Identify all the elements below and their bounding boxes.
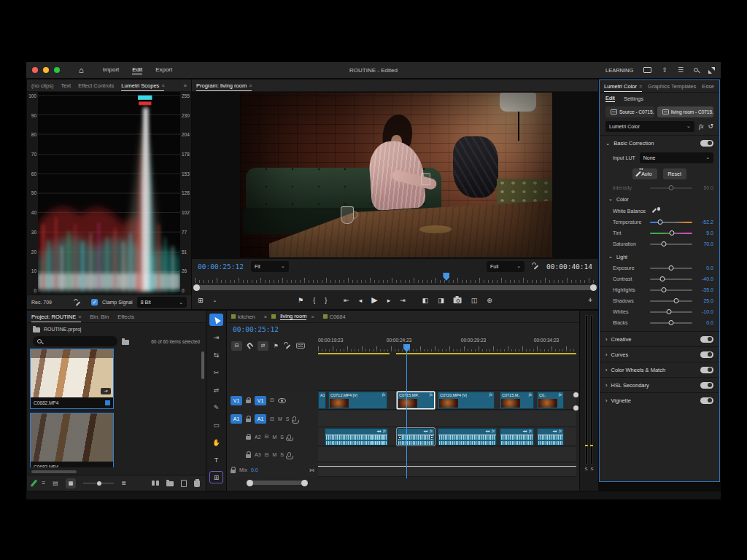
go-to-in-button[interactable]: ⇤ [344, 297, 349, 304]
workspace-icon[interactable] [643, 67, 651, 73]
go-to-out-button[interactable]: ⇥ [400, 297, 406, 304]
program-zoom-scrollbar[interactable] [195, 285, 595, 290]
mute-button[interactable]: M [272, 435, 276, 440]
timeline-audio-clip[interactable]: ◂◂fx [325, 428, 388, 446]
ripple-edit-tool[interactable]: ⇆ [209, 349, 223, 361]
selection-tool[interactable] [209, 314, 223, 326]
lift-button[interactable]: ◧ [422, 297, 429, 304]
mix-automation-line[interactable] [318, 466, 576, 467]
voiceover-mic-icon[interactable] [287, 435, 291, 440]
vignette-section-header[interactable]: ›Vignette [600, 392, 719, 408]
timeline-audio-clip[interactable]: ◂◂fx [537, 428, 564, 446]
tab-text[interactable]: Text [61, 82, 71, 89]
color-wheels-toggle[interactable] [700, 367, 713, 373]
home-icon[interactable]: ⌂ [79, 66, 84, 74]
fx-bypass-icon[interactable]: fx [699, 122, 704, 130]
freeform-view-button[interactable]: ▩ [66, 478, 77, 489]
automate-to-sequence-icon[interactable] [152, 481, 155, 486]
monitor-settings-wrench-icon[interactable] [532, 262, 539, 270]
video-track-v1[interactable]: A1.. C0712.MP4 [V]fx C0715.MP..fx C0720.… [318, 391, 576, 410]
slider-knob[interactable] [670, 230, 675, 236]
whites-slider[interactable] [650, 311, 692, 313]
blacks-slider[interactable] [650, 322, 692, 324]
vignette-toggle[interactable] [700, 397, 713, 404]
reset-button[interactable]: Reset [663, 168, 686, 179]
clip-name[interactable]: C0682.MP4 [34, 400, 58, 405]
bit-depth-dropdown[interactable]: 8 Bit⌄ [137, 297, 187, 308]
subtab-settings[interactable]: Settings [624, 96, 643, 102]
slider-knob[interactable] [662, 241, 667, 246]
header-tab-export[interactable]: Export [155, 66, 172, 74]
tab-effects[interactable]: Effects [117, 314, 134, 320]
solo-button[interactable]: S [280, 435, 284, 440]
grid-horizontal-scrollbar[interactable] [31, 470, 77, 473]
intensity-slider[interactable] [650, 187, 692, 189]
timeline-vertical-scroll-handle[interactable] [573, 405, 578, 411]
voiceover-mic-icon[interactable] [287, 452, 291, 457]
tab-project[interactable]: Project: ROUTINE≡ [31, 311, 81, 322]
slider-knob[interactable] [667, 309, 672, 314]
timeline-vertical-scroll-handle[interactable] [573, 392, 578, 397]
empty-video-track-area[interactable] [318, 354, 576, 391]
track-select-forward-tool[interactable]: ⇥ [209, 331, 223, 343]
program-current-timecode[interactable]: 00:00:25:12 [198, 262, 244, 271]
slider-knob[interactable] [660, 276, 665, 281]
scope-settings-wrench-icon[interactable] [74, 299, 81, 306]
track-label-a2[interactable]: A2 [255, 435, 261, 440]
type-tool[interactable]: T [209, 454, 223, 466]
audio-track-a1[interactable] [318, 411, 576, 427]
linked-selection-toggle[interactable]: ⇄ [258, 341, 268, 351]
input-lut-dropdown[interactable]: None⌄ [640, 152, 713, 163]
search-input[interactable] [33, 336, 117, 346]
lock-icon[interactable] [231, 470, 236, 473]
chevron-expanded-icon[interactable]: ⌄ [608, 196, 613, 202]
slider-value[interactable]: 50.0 [696, 185, 713, 190]
sort-icons-button[interactable]: ≣ [121, 480, 126, 486]
lock-icon[interactable] [246, 419, 251, 422]
mute-button[interactable]: M [278, 416, 282, 421]
creative-toggle[interactable] [700, 336, 713, 343]
color-wheels-section-header[interactable]: ›Color Wheels & Match [600, 362, 719, 377]
temperature-slider[interactable] [650, 222, 692, 223]
program-playhead[interactable] [443, 273, 449, 281]
new-search-bin-icon[interactable] [122, 340, 129, 345]
timeline-current-timecode[interactable]: 00:00:25:12 [233, 325, 279, 333]
shadows-slider[interactable] [650, 300, 692, 302]
curves-section-header[interactable]: ›Curves [600, 346, 719, 362]
razor-tool[interactable]: ✂ [209, 366, 223, 378]
slider-value[interactable]: 25.0 [696, 298, 713, 303]
clamp-signal-checkbox[interactable]: ✓ [91, 299, 98, 306]
solo-button[interactable]: S [286, 416, 290, 421]
chevron-down-icon[interactable]: ⌄ [213, 298, 217, 303]
extract-button[interactable]: ◨ [438, 297, 444, 304]
tab-no-clips[interactable]: (no clips) [31, 82, 53, 89]
program-clip-button[interactable]: living room - C0715... [657, 106, 713, 117]
snap-magnet-icon[interactable] [246, 342, 254, 350]
close-window-button[interactable] [32, 67, 38, 73]
tab-sequence-c0684[interactable]: C0684 [323, 314, 346, 320]
slider-value[interactable]: 5.0 [696, 230, 713, 236]
subtab-edit[interactable]: Edit [605, 95, 615, 102]
tab-lumetri-color[interactable]: Lumetri Color≡ [604, 80, 642, 92]
timeline-settings-wrench-icon[interactable] [284, 342, 291, 349]
lock-icon[interactable] [246, 400, 251, 403]
new-item-icon[interactable] [181, 480, 187, 487]
label-color-chip[interactable] [105, 400, 110, 405]
slider-knob[interactable] [669, 320, 674, 325]
slider-value[interactable]: 0.0 [696, 320, 713, 325]
master-mix-track[interactable] [318, 463, 576, 477]
slider-knob[interactable] [661, 287, 666, 292]
mix-gain-value[interactable]: 0.0 [251, 467, 258, 472]
timeline-clip[interactable]: C0715.M..fx [500, 392, 534, 409]
sync-lock-icon[interactable]: ⊟ [270, 416, 274, 422]
track-label-a3[interactable]: A3 [255, 452, 261, 457]
mute-button[interactable]: M [272, 452, 276, 457]
stack-menu-icon[interactable]: ☰ [678, 66, 684, 74]
clip-card-c0682[interactable]: ⇥ C0682.MP4 [30, 349, 114, 409]
timeline-clip-selected[interactable]: C0715.MP..fx [397, 392, 435, 409]
tint-slider[interactable] [650, 233, 692, 234]
slider-value[interactable]: -52.2 [696, 219, 713, 225]
toggle-track-output-eye-icon[interactable] [278, 398, 286, 403]
timeline-playhead-line[interactable] [406, 346, 407, 478]
pen-tool[interactable]: ✎ [209, 401, 223, 413]
